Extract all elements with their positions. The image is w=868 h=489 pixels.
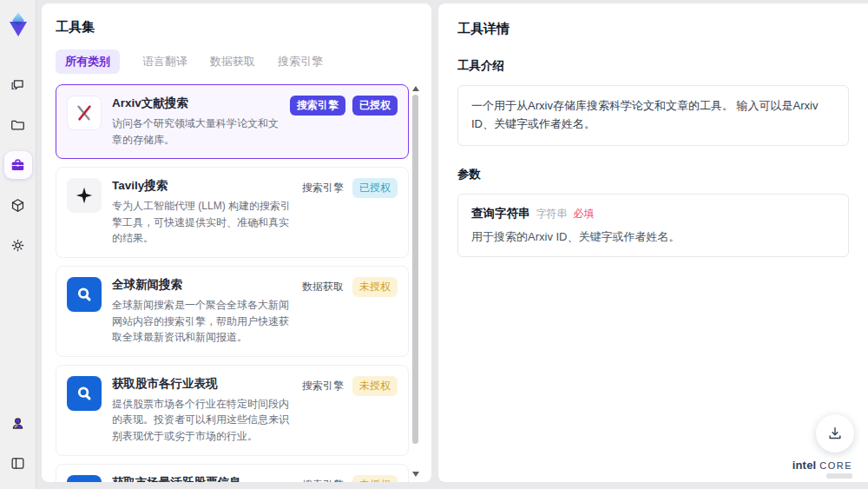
tool-icon — [67, 475, 102, 482]
news-search-logo-icon — [75, 285, 94, 304]
tool-list-scrollbar[interactable] — [411, 84, 419, 479]
tab-search-engine[interactable]: 搜索引擎 — [278, 50, 323, 74]
user-avatar-icon[interactable] — [4, 409, 32, 437]
tool-list: Arxiv文献搜索 访问各个研究领域大量科学论文和文章的存储库。 搜索引擎 已授… — [56, 84, 419, 482]
download-button[interactable] — [816, 414, 854, 453]
tool-icon — [67, 178, 102, 213]
download-icon — [826, 425, 844, 442]
tool-auth-badge: 已授权 — [352, 96, 398, 116]
tab-data-acquisition[interactable]: 数据获取 — [210, 50, 255, 74]
tool-card[interactable]: Arxiv文献搜索 访问各个研究领域大量科学论文和文章的存储库。 搜索引擎 已授… — [56, 84, 409, 159]
news-search-logo-icon — [75, 384, 94, 403]
tool-description: 全球新闻搜索是一个聚合全球各大新闻网站内容的搜索引擎，帮助用户快速获取全球最新资… — [112, 297, 292, 346]
scroll-thumb[interactable] — [412, 95, 418, 444]
toolset-panel: 工具集 所有类别 语言翻译 数据获取 搜索引擎 Arxiv文献搜索 访问各个研究… — [42, 3, 431, 482]
tool-card[interactable]: Tavily搜索 专为人工智能代理 (LLM) 构建的搜索引擎工具，可快速提供实… — [56, 167, 409, 258]
tool-icon — [67, 376, 102, 411]
tool-cards-host: Arxiv文献搜索 访问各个研究领域大量科学论文和文章的存储库。 搜索引擎 已授… — [56, 84, 409, 482]
param-card: 查询字符串 字符串 必填 用于搜索的Arxiv ID、关键字或作者姓名。 — [457, 194, 849, 257]
tool-info: 全球新闻搜索 全球新闻搜索是一个聚合全球各大新闻网站内容的搜索引擎，帮助用户快速… — [112, 277, 292, 346]
tool-category-badge: 搜索引擎 — [300, 376, 345, 396]
tool-description: 提供股票市场各个行业在特定时间段内的表现。投资者可以利用这些信息来识别表现优于或… — [112, 396, 292, 445]
tool-info: 获取股市各行业表现 提供股票市场各个行业在特定时间段内的表现。投资者可以利用这些… — [112, 376, 292, 445]
tool-title: 获取市场最活跃股票信息 — [112, 475, 292, 482]
tool-title: 获取股市各行业表现 — [112, 376, 292, 392]
param-name: 查询字符串 — [471, 206, 530, 221]
app-logo — [6, 10, 30, 38]
intro-heading: 工具介绍 — [457, 58, 849, 74]
category-tabs: 所有类别 语言翻译 数据获取 搜索引擎 — [56, 50, 419, 74]
tool-title: Arxiv文献搜索 — [112, 96, 281, 111]
sparkle-icon — [75, 186, 94, 205]
tool-badges: 搜索引擎 未授权 — [300, 475, 398, 482]
arxiv-logo-icon — [75, 103, 94, 122]
param-head: 查询字符串 字符串 必填 — [471, 206, 835, 221]
tool-icon — [67, 96, 102, 130]
tool-card[interactable]: 获取市场最活跃股票信息 提供当天交易量最高的股票列表，投资者可以利用这些信息来识… — [56, 464, 409, 482]
scroll-up-arrow-icon[interactable] — [412, 86, 419, 91]
tool-info: Tavily搜索 专为人工智能代理 (LLM) 构建的搜索引擎工具，可快速提供实… — [112, 178, 292, 247]
tool-badges: 搜索引擎 已授权 — [300, 178, 398, 198]
tool-badges: 数据获取 未授权 — [300, 277, 398, 297]
tool-auth-badge: 未授权 — [352, 376, 398, 396]
package-nav-icon[interactable] — [4, 191, 32, 219]
app-rail — [0, 0, 36, 489]
scroll-down-arrow-icon[interactable] — [412, 472, 419, 477]
intro-text: 一个用于从Arxiv存储库搜索科学论文和文章的工具。 输入可以是Arxiv ID… — [471, 97, 835, 134]
param-required-flag: 必填 — [574, 207, 595, 221]
tool-card[interactable]: 全球新闻搜索 全球新闻搜索是一个聚合全球各大新闻网站内容的搜索引擎，帮助用户快速… — [56, 266, 409, 357]
tool-title: Tavily搜索 — [112, 178, 292, 194]
param-type: 字符串 — [536, 207, 568, 221]
tool-category-badge: 搜索引擎 — [300, 475, 345, 482]
tool-icon — [67, 277, 102, 312]
param-description: 用于搜索的Arxiv ID、关键字或作者姓名。 — [471, 229, 835, 245]
brand-intel-text: intel — [792, 459, 817, 472]
details-title: 工具详情 — [457, 21, 849, 37]
settings-gear-icon[interactable] — [4, 231, 32, 259]
tool-auth-badge: 未授权 — [352, 277, 398, 297]
rail-nav — [4, 71, 32, 259]
tool-title: 全球新闻搜索 — [112, 277, 292, 293]
tool-badges: 搜索引擎 未授权 — [300, 376, 398, 396]
toolbox-nav-icon[interactable] — [4, 151, 32, 179]
page-title: 工具集 — [56, 19, 419, 36]
tool-card[interactable]: 获取股市各行业表现 提供股票市场各个行业在特定时间段内的表现。投资者可以利用这些… — [56, 365, 409, 456]
tool-description: 专为人工智能代理 (LLM) 构建的搜索引擎工具，可快速提供实时、准确和真实的结… — [112, 198, 292, 247]
tool-category-badge: 搜索引擎 — [300, 178, 345, 198]
rail-bottom — [4, 409, 32, 477]
sidebar-collapse-icon[interactable] — [4, 449, 32, 477]
params-heading: 参数 — [457, 167, 849, 182]
tool-auth-badge: 未授权 — [352, 475, 398, 482]
tool-info: Arxiv文献搜索 访问各个研究领域大量科学论文和文章的存储库。 — [112, 96, 281, 148]
tool-auth-badge: 已授权 — [352, 178, 398, 198]
tab-language-translation[interactable]: 语言翻译 — [142, 50, 187, 74]
tool-category-badge: 搜索引擎 — [290, 96, 345, 116]
intel-core-logo: intel core — [792, 459, 852, 479]
tool-category-badge: 数据获取 — [300, 277, 345, 297]
intro-box: 一个用于从Arxiv存储库搜索科学论文和文章的工具。 输入可以是Arxiv ID… — [457, 85, 849, 146]
folder-nav-icon[interactable] — [4, 111, 32, 139]
tab-all-categories[interactable]: 所有类别 — [56, 50, 120, 74]
tool-description: 访问各个研究领域大量科学论文和文章的存储库。 — [112, 116, 281, 148]
chat-nav-icon[interactable] — [4, 71, 32, 99]
brand-fineprint — [826, 473, 852, 479]
brand-core-text: core — [819, 460, 852, 471]
tool-info: 获取市场最活跃股票信息 提供当天交易量最高的股票列表，投资者可以利用这些信息来识… — [112, 475, 292, 482]
tool-details-panel: 工具详情 工具介绍 一个用于从Arxiv存储库搜索科学论文和文章的工具。 输入可… — [438, 3, 868, 482]
tool-badges: 搜索引擎 已授权 — [290, 96, 398, 116]
